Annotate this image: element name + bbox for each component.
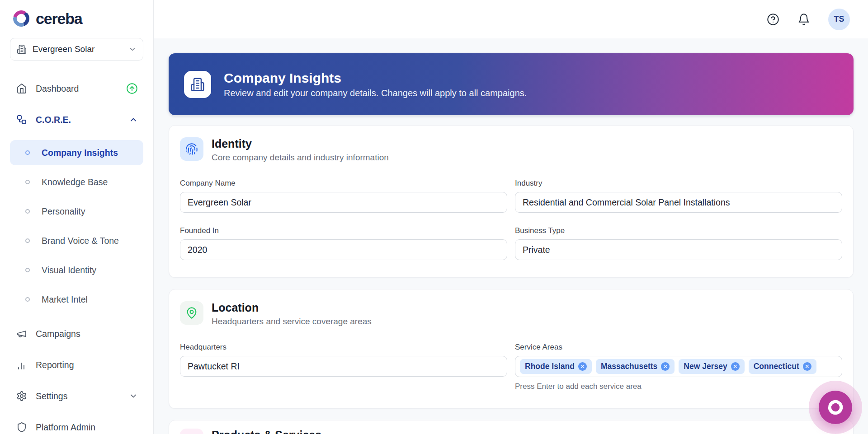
tag-label: Connecticut bbox=[754, 362, 799, 371]
circle-arrow-up-icon bbox=[126, 83, 138, 94]
industry-input[interactable] bbox=[515, 192, 842, 213]
bell-icon[interactable] bbox=[797, 13, 810, 26]
service-areas-hint: Press Enter to add each service area bbox=[515, 382, 842, 391]
sidebar-item-label: Market Intel bbox=[42, 294, 88, 305]
field-label: Industry bbox=[515, 179, 842, 188]
assistant-button-halo bbox=[809, 381, 862, 434]
chevron-up-icon bbox=[129, 115, 138, 124]
sidebar-item-brand-voice-tone[interactable]: Brand Voice & Tone bbox=[10, 228, 143, 253]
sidebar-item-market-intel[interactable]: Market Intel bbox=[10, 287, 143, 312]
company-name-input[interactable] bbox=[180, 192, 507, 213]
company-selector-label: Evergreen Solar bbox=[33, 44, 94, 54]
card-subtitle: Headquarters and service coverage areas bbox=[212, 317, 372, 327]
page-content: Company Insights Review and edit your co… bbox=[154, 38, 868, 434]
sidebar-item-visual-identity[interactable]: Visual Identity bbox=[10, 257, 143, 283]
shield-icon bbox=[16, 422, 27, 433]
tag-label: Rhode Island bbox=[525, 362, 575, 371]
field-label: Company Name bbox=[180, 179, 507, 188]
sidebar-item-company-insights[interactable]: Company Insights bbox=[10, 140, 143, 165]
sidebar-item-dashboard[interactable]: Dashboard bbox=[10, 78, 143, 99]
headquarters-input[interactable] bbox=[180, 356, 507, 377]
field-label: Headquarters bbox=[180, 343, 507, 352]
bullet-icon bbox=[25, 180, 30, 184]
sidebar-item-settings[interactable]: Settings bbox=[10, 385, 143, 407]
products-services-icon bbox=[180, 429, 203, 434]
products-services-card: Products & Services bbox=[169, 420, 854, 434]
brand-logo: cereba bbox=[10, 9, 143, 28]
sidebar-item-core[interactable]: C.O.R.E. bbox=[10, 109, 143, 131]
bullet-icon bbox=[25, 297, 30, 302]
cereba-swirl-icon bbox=[827, 399, 844, 416]
service-area-tag: Connecticut ✕ bbox=[749, 359, 816, 374]
sidebar: cereba Evergreen Solar Dashboard C. bbox=[0, 0, 154, 434]
fingerprint-icon bbox=[180, 137, 203, 161]
card-title: Identity bbox=[212, 137, 389, 150]
card-title: Location bbox=[212, 301, 372, 314]
avatar[interactable]: TS bbox=[828, 9, 850, 30]
field-label: Service Areas bbox=[515, 343, 842, 352]
bullet-icon bbox=[25, 150, 30, 155]
service-area-tag: Rhode Island ✕ bbox=[520, 359, 592, 374]
business-type-input[interactable] bbox=[515, 239, 842, 260]
founded-in-input[interactable] bbox=[180, 239, 507, 260]
page-title: Company Insights bbox=[224, 70, 527, 86]
gear-icon bbox=[16, 391, 27, 401]
card-subtitle: Core company details and industry inform… bbox=[212, 153, 389, 163]
sidebar-item-platform-admin[interactable]: Platform Admin bbox=[10, 416, 143, 434]
headquarters-field-group: Headquarters bbox=[180, 343, 507, 391]
business-type-field-group: Business Type bbox=[515, 226, 842, 260]
main-area: TS Company Insights Review and edit your… bbox=[154, 0, 868, 434]
card-title: Products & Services bbox=[212, 429, 321, 434]
location-card: Location Headquarters and service covera… bbox=[169, 289, 854, 409]
bar-chart-icon bbox=[16, 359, 27, 370]
company-selector[interactable]: Evergreen Solar bbox=[10, 38, 143, 61]
sidebar-item-label: Settings bbox=[36, 391, 67, 401]
identity-card: Identity Core company details and indust… bbox=[169, 125, 854, 278]
field-label: Founded In bbox=[180, 226, 507, 235]
sidebar-item-campaigns[interactable]: Campaigns bbox=[10, 323, 143, 345]
chevron-down-icon bbox=[128, 45, 137, 53]
industry-field-group: Industry bbox=[515, 179, 842, 213]
sidebar-item-label: Visual Identity bbox=[42, 265, 96, 275]
brand-name: cereba bbox=[36, 10, 82, 28]
field-label: Business Type bbox=[515, 226, 842, 235]
remove-tag-icon[interactable]: ✕ bbox=[731, 362, 740, 371]
assistant-button[interactable] bbox=[819, 391, 852, 424]
cereba-swirl-icon bbox=[12, 9, 31, 28]
sidebar-item-label: Company Insights bbox=[42, 148, 118, 158]
core-subnav: Company Insights Knowledge Base Personal… bbox=[10, 140, 143, 312]
topbar: TS bbox=[154, 0, 868, 38]
service-area-tag: Massachusetts ✕ bbox=[596, 359, 675, 374]
sidebar-item-label: Platform Admin bbox=[36, 422, 95, 433]
sidebar-item-label: C.O.R.E. bbox=[36, 115, 71, 125]
home-icon bbox=[16, 83, 27, 94]
company-insights-banner: Company Insights Review and edit your co… bbox=[169, 53, 854, 115]
chevron-down-icon bbox=[129, 392, 138, 401]
map-pin-icon bbox=[180, 301, 203, 325]
sidebar-item-reporting[interactable]: Reporting bbox=[10, 354, 143, 376]
sidebar-item-label: Campaigns bbox=[36, 329, 80, 339]
sidebar-item-personality[interactable]: Personality bbox=[10, 199, 143, 224]
sidebar-item-label: Personality bbox=[42, 206, 85, 217]
help-icon[interactable] bbox=[767, 13, 779, 26]
service-area-tag: New Jersey ✕ bbox=[679, 359, 744, 374]
bullet-icon bbox=[25, 209, 30, 214]
building-icon bbox=[184, 71, 211, 98]
tag-label: Massachusetts bbox=[601, 362, 657, 371]
sidebar-item-label: Dashboard bbox=[36, 84, 79, 94]
megaphone-icon bbox=[16, 328, 27, 339]
building-icon bbox=[17, 44, 27, 54]
sidebar-item-knowledge-base[interactable]: Knowledge Base bbox=[10, 169, 143, 195]
sidebar-nav: Dashboard C.O.R.E. Company Insights Know… bbox=[10, 78, 143, 434]
sidebar-item-label: Brand Voice & Tone bbox=[42, 236, 119, 246]
page-subtitle: Review and edit your company details. Ch… bbox=[224, 88, 527, 98]
remove-tag-icon[interactable]: ✕ bbox=[661, 362, 670, 371]
service-areas-field-group: Service Areas Rhode Island ✕ Massachuset… bbox=[515, 343, 842, 391]
sidebar-item-label: Knowledge Base bbox=[42, 177, 108, 187]
tag-label: New Jersey bbox=[684, 362, 727, 371]
remove-tag-icon[interactable]: ✕ bbox=[803, 362, 811, 371]
remove-tag-icon[interactable]: ✕ bbox=[578, 362, 587, 371]
service-areas-input[interactable]: Rhode Island ✕ Massachusetts ✕ New Jerse… bbox=[515, 356, 842, 377]
company-name-field-group: Company Name bbox=[180, 179, 507, 213]
sidebar-item-label: Reporting bbox=[36, 360, 74, 370]
